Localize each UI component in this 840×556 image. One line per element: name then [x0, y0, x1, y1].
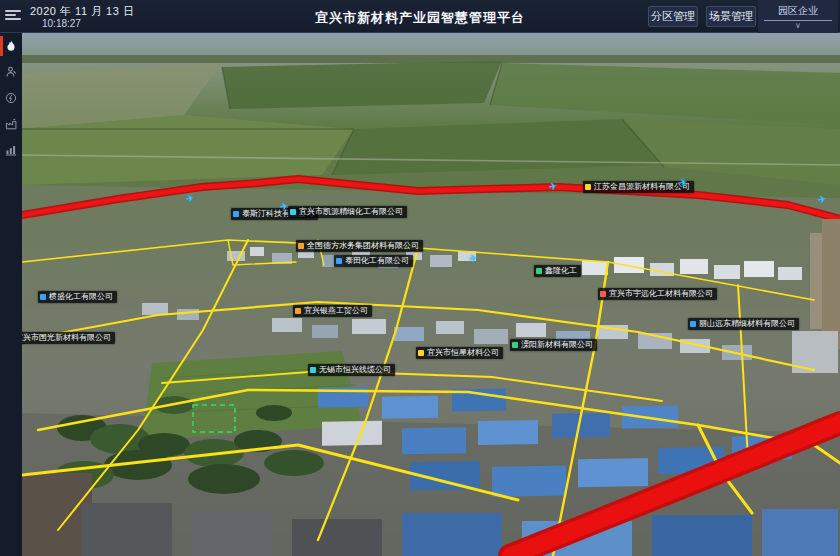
company-map-label[interactable]: 宜兴市宇远化工材料有限公司 — [598, 288, 717, 300]
sidebar-item-statistics[interactable] — [0, 137, 22, 163]
map-label-layer: 泰斯汀科技有限公司宜兴市凯源精细化工有限公司全国德方水务集团材料有限公司泰田化工… — [22, 33, 840, 556]
company-label-text: 鑫隆化工 — [545, 265, 577, 277]
aircraft-marker-icon[interactable]: ✈ — [817, 193, 827, 206]
company-map-label[interactable]: 宜兴市国光新材料有限公司 — [22, 332, 115, 344]
company-map-label[interactable]: 全国德方水务集团材料有限公司 — [296, 240, 423, 252]
company-map-label[interactable]: 溧阳新材料有限公司 — [510, 339, 597, 351]
sidebar-item-fire[interactable] — [0, 33, 22, 59]
company-label-text: 溧阳新材料有限公司 — [521, 339, 593, 351]
company-label-text: 泰田化工有限公司 — [345, 255, 409, 267]
top-header: 2020 年 11 月 13 日 10:18:27 宜兴市新材料产业园智慧管理平… — [0, 0, 840, 33]
company-label-text: 横盛化工有限公司 — [49, 291, 113, 303]
company-label-text: 全国德方水务集团材料有限公司 — [307, 240, 419, 252]
company-marker-icon — [295, 308, 301, 314]
hamburger-icon[interactable] — [4, 8, 22, 24]
power-icon — [5, 92, 17, 104]
company-map-label[interactable]: 宜兴银燕工贸公司 — [293, 305, 372, 317]
company-marker-icon — [336, 258, 342, 264]
dropdown-label: 园区企业 — [758, 0, 838, 18]
park-enterprise-dropdown[interactable]: 园区企业 ∨ — [758, 0, 838, 33]
company-map-label[interactable]: 泰田化工有限公司 — [334, 255, 413, 267]
company-marker-icon — [536, 268, 542, 274]
company-map-label[interactable]: 横盛化工有限公司 — [38, 291, 117, 303]
company-label-text: 无锡市恒兴线缆公司 — [319, 364, 391, 376]
chevron-down-icon: ∨ — [758, 21, 838, 31]
company-marker-icon — [512, 342, 518, 348]
company-map-label[interactable]: 无锡市恒兴线缆公司 — [308, 364, 395, 376]
company-label-text: 宜兴市国光新材料有限公司 — [22, 332, 111, 344]
company-label-text: 宜兴市宇远化工材料有限公司 — [609, 288, 713, 300]
sidebar-item-energy[interactable] — [0, 85, 22, 111]
company-map-label[interactable]: 江苏金昌源新材料有限公司 — [583, 181, 694, 193]
person-icon — [5, 66, 17, 78]
header-date: 2020 年 11 月 13 日 — [30, 4, 134, 19]
company-label-text: 宜兴银燕工贸公司 — [304, 305, 368, 317]
app-window: 2020 年 11 月 13 日 10:18:27 宜兴市新材料产业园智慧管理平… — [0, 0, 840, 556]
aircraft-marker-icon[interactable]: ✈ — [185, 192, 195, 205]
aircraft-marker-icon[interactable]: ✈ — [468, 252, 478, 265]
company-map-label[interactable]: 鑫隆化工 — [534, 265, 581, 277]
company-label-text: 江苏金昌源新材料有限公司 — [594, 181, 690, 193]
factory-icon — [5, 118, 18, 130]
company-map-label[interactable]: 宜兴市恒星材料公司 — [416, 347, 503, 359]
aircraft-marker-icon[interactable]: ✈ — [678, 176, 688, 189]
company-marker-icon — [418, 350, 424, 356]
company-marker-icon — [585, 184, 591, 190]
sidebar-item-factory[interactable] — [0, 111, 22, 137]
company-marker-icon — [298, 243, 304, 249]
left-sidebar — [0, 33, 22, 556]
company-map-label[interactable]: 丽山远东精细材料有限公司 — [688, 318, 799, 330]
flame-icon — [5, 40, 17, 53]
scene-management-button[interactable]: 场景管理 — [706, 6, 756, 27]
aircraft-marker-icon[interactable]: ✈ — [279, 200, 289, 213]
company-map-label[interactable]: 宜兴市凯源精细化工有限公司 — [288, 206, 407, 218]
company-label-text: 宜兴市恒星材料公司 — [427, 347, 499, 359]
company-marker-icon — [600, 291, 606, 297]
company-marker-icon — [690, 321, 696, 327]
header-time: 10:18:27 — [42, 18, 81, 29]
sidebar-item-personnel[interactable] — [0, 59, 22, 85]
company-label-text: 丽山远东精细材料有限公司 — [699, 318, 795, 330]
company-marker-icon — [233, 211, 239, 217]
company-marker-icon — [310, 367, 316, 373]
aircraft-marker-icon[interactable]: ✈ — [548, 180, 558, 193]
zone-management-button[interactable]: 分区管理 — [648, 6, 698, 27]
page-title: 宜兴市新材料产业园智慧管理平台 — [315, 9, 525, 27]
map-3d-view[interactable]: 泰斯汀科技有限公司宜兴市凯源精细化工有限公司全国德方水务集团材料有限公司泰田化工… — [22, 33, 840, 556]
company-marker-icon — [290, 209, 296, 215]
company-marker-icon — [40, 294, 46, 300]
company-label-text: 宜兴市凯源精细化工有限公司 — [299, 206, 403, 218]
bar-chart-icon — [5, 144, 17, 156]
